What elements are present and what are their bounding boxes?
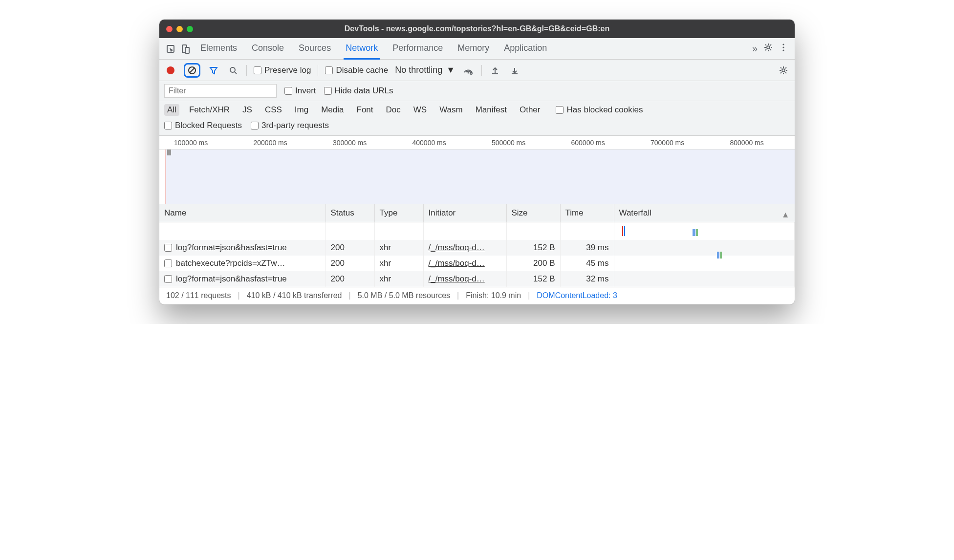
tab-memory[interactable]: Memory <box>455 38 491 60</box>
tab-console[interactable]: Console <box>250 38 286 60</box>
type-filter-font[interactable]: Font <box>354 104 376 116</box>
export-har-icon[interactable] <box>508 64 521 77</box>
request-type: xhr <box>374 240 423 256</box>
tab-elements[interactable]: Elements <box>198 38 239 60</box>
clear-button[interactable] <box>184 63 200 78</box>
filter-toggle-icon[interactable] <box>207 64 220 77</box>
throttling-select[interactable]: No throttling ▼ <box>395 65 455 75</box>
divider <box>481 65 482 76</box>
filter-input[interactable] <box>164 84 277 98</box>
type-filter-other[interactable]: Other <box>517 104 543 116</box>
col-name[interactable]: Name <box>159 204 325 222</box>
table-row[interactable]: log?format=json&hasfast=true 200 xhr /_/… <box>159 271 795 287</box>
third-party-checkbox[interactable]: 3rd-party requests <box>251 121 329 130</box>
import-har-icon[interactable] <box>489 64 501 77</box>
tab-application[interactable]: Application <box>502 38 549 60</box>
svg-point-3 <box>767 46 770 49</box>
disable-cache-label: Disable cache <box>336 65 388 75</box>
type-filter-row: All Fetch/XHR JS CSS Img Media Font Doc … <box>159 101 795 119</box>
col-size[interactable]: Size <box>506 204 560 222</box>
type-filter-media[interactable]: Media <box>318 104 347 116</box>
blocked-requests-checkbox[interactable]: Blocked Requests <box>164 121 242 130</box>
table-header-row: Name Status Type Initiator Size Time Wat… <box>159 204 795 222</box>
type-filter-doc[interactable]: Doc <box>383 104 404 116</box>
disable-cache-checkbox[interactable]: Disable cache <box>325 65 388 75</box>
tick: 400000 ms <box>398 136 477 149</box>
request-status: 200 <box>325 240 374 256</box>
tab-performance[interactable]: Performance <box>390 38 445 60</box>
svg-line-10 <box>235 72 237 74</box>
request-time: 39 ms <box>560 240 614 256</box>
record-button[interactable] <box>164 64 177 77</box>
titlebar: DevTools - news.google.com/topstories?hl… <box>159 20 795 38</box>
request-name: batchexecute?rpcids=xZTw… <box>176 258 285 268</box>
request-initiator[interactable]: /_/mss/boq-d… <box>429 274 485 283</box>
network-toolbar: Preserve log Disable cache No throttling… <box>159 60 795 81</box>
request-initiator[interactable]: /_/mss/boq-d… <box>429 243 485 252</box>
type-filter-ws[interactable]: WS <box>411 104 430 116</box>
close-window-button[interactable] <box>166 26 173 32</box>
type-filter-css[interactable]: CSS <box>262 104 285 116</box>
svg-point-11 <box>468 72 469 73</box>
request-status: 200 <box>325 256 374 271</box>
tab-sources[interactable]: Sources <box>297 38 333 60</box>
timeline-overview[interactable]: 100000 ms 200000 ms 300000 ms 400000 ms … <box>159 136 795 204</box>
type-filter-img[interactable]: Img <box>292 104 311 116</box>
type-filter-wasm[interactable]: Wasm <box>436 104 466 116</box>
device-toggle-icon[interactable] <box>178 44 193 54</box>
col-waterfall-label: Waterfall <box>619 208 651 217</box>
request-initiator[interactable]: /_/mss/boq-d… <box>429 258 485 268</box>
col-initiator[interactable]: Initiator <box>423 204 506 222</box>
divider <box>318 65 318 76</box>
table-row[interactable]: log?format=json&hasfast=true 200 xhr /_/… <box>159 240 795 256</box>
tick: 200000 ms <box>239 136 319 149</box>
filter-row: Invert Hide data URLs <box>159 81 795 101</box>
chevron-down-icon: ▼ <box>446 65 455 75</box>
type-filter-all[interactable]: All <box>164 104 179 116</box>
request-name: log?format=json&hasfast=true <box>176 274 287 284</box>
preserve-log-checkbox[interactable]: Preserve log <box>254 65 311 75</box>
minimize-window-button[interactable] <box>176 26 183 32</box>
status-finish: Finish: 10.9 min <box>466 291 521 300</box>
status-domcontentloaded: DOMContentLoaded: 3 <box>537 291 617 300</box>
tab-network[interactable]: Network <box>344 38 380 60</box>
status-transferred: 410 kB / 410 kB transferred <box>247 291 342 300</box>
kebab-menu-icon[interactable] <box>779 43 788 55</box>
table-row[interactable]: batchexecute?rpcids=xZTw… 200 xhr /_/mss… <box>159 256 795 271</box>
inspect-icon[interactable] <box>163 44 178 54</box>
status-requests: 102 / 111 requests <box>166 291 231 300</box>
col-time[interactable]: Time <box>560 204 614 222</box>
invert-checkbox[interactable]: Invert <box>284 86 316 96</box>
request-size: 152 B <box>506 271 560 287</box>
timeline-ruler: 100000 ms 200000 ms 300000 ms 400000 ms … <box>159 136 795 150</box>
third-party-label: 3rd-party requests <box>261 121 329 130</box>
settings-icon[interactable] <box>763 43 773 55</box>
tick: 600000 ms <box>557 136 636 149</box>
tick: 800000 ms <box>716 136 795 149</box>
tick: 100000 ms <box>159 136 239 149</box>
has-blocked-cookies-checkbox[interactable]: Has blocked cookies <box>556 105 643 115</box>
request-size: 200 B <box>506 256 560 271</box>
preserve-log-label: Preserve log <box>264 65 311 75</box>
row-checkbox[interactable] <box>164 259 172 267</box>
request-type: xhr <box>374 256 423 271</box>
network-conditions-icon[interactable] <box>462 64 475 77</box>
col-waterfall[interactable]: Waterfall▲ <box>614 204 795 222</box>
status-resources: 5.0 MB / 5.0 MB resources <box>358 291 450 300</box>
hide-data-urls-checkbox[interactable]: Hide data URLs <box>324 86 393 96</box>
row-checkbox[interactable] <box>164 275 172 283</box>
type-filter-js[interactable]: JS <box>239 104 255 116</box>
request-time: 32 ms <box>560 271 614 287</box>
has-blocked-cookies-label: Has blocked cookies <box>566 105 643 115</box>
tick: 700000 ms <box>636 136 716 149</box>
more-tabs-button[interactable]: » <box>752 43 758 54</box>
maximize-window-button[interactable] <box>187 26 193 32</box>
col-type[interactable]: Type <box>374 204 423 222</box>
request-table: Name Status Type Initiator Size Time Wat… <box>159 204 795 287</box>
type-filter-fetchxhr[interactable]: Fetch/XHR <box>186 104 233 116</box>
col-status[interactable]: Status <box>325 204 374 222</box>
row-checkbox[interactable] <box>164 244 172 252</box>
search-icon[interactable] <box>227 64 239 77</box>
network-settings-icon[interactable] <box>777 64 790 77</box>
type-filter-manifest[interactable]: Manifest <box>473 104 510 116</box>
